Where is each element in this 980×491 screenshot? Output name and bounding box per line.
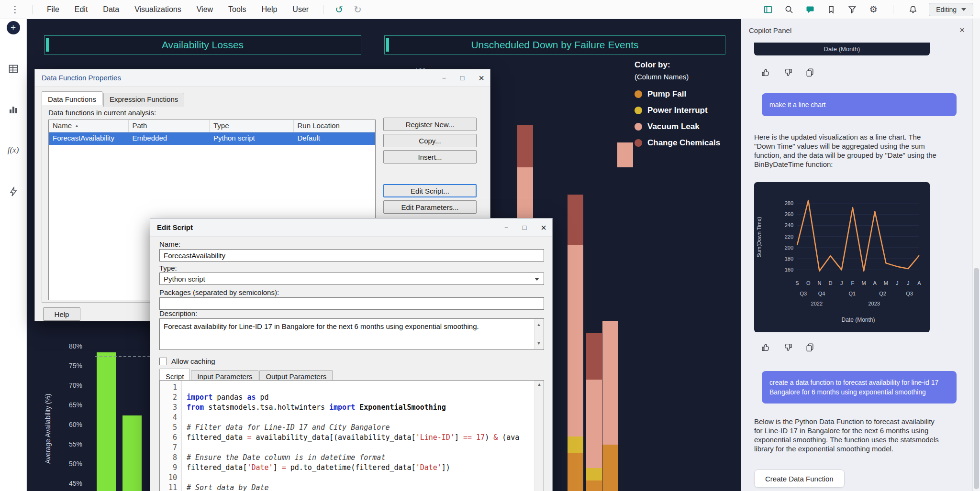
dialog-titlebar[interactable]: Edit Script − □ × bbox=[150, 218, 552, 237]
copy-icon[interactable] bbox=[804, 342, 815, 352]
editor-scrollbar[interactable]: ▲ bbox=[535, 381, 544, 491]
code-line-number: 8 bbox=[160, 453, 177, 463]
code-line-number: 9 bbox=[160, 463, 177, 473]
code-line: # Sort data by Date bbox=[187, 483, 535, 491]
menu-item-user[interactable]: User bbox=[292, 5, 309, 14]
thumbs-up-icon[interactable] bbox=[760, 67, 771, 77]
svg-text:180: 180 bbox=[785, 256, 793, 262]
top-menu-bar: ⋮ FileEditDataVisualizationsViewToolsHel… bbox=[0, 0, 980, 19]
column-header-path[interactable]: Path bbox=[129, 120, 210, 132]
filter-icon[interactable] bbox=[847, 4, 858, 15]
column-header-name[interactable]: Name▲ bbox=[49, 120, 129, 132]
register-new-button[interactable]: Register New... bbox=[383, 118, 477, 131]
data-function-row[interactable]: ForecastAvailabilityEmbeddedPython scrip… bbox=[49, 132, 375, 145]
svg-text:J: J bbox=[840, 280, 843, 286]
dialog-titlebar[interactable]: Data Function Properties − □ × bbox=[35, 69, 490, 87]
column-header-type[interactable]: Type bbox=[210, 120, 293, 132]
code-token: 'Date' bbox=[247, 463, 273, 472]
script-editor[interactable]: 1234567891011 import pandas as pdfrom st… bbox=[159, 380, 544, 491]
divider bbox=[32, 5, 33, 14]
name-field[interactable] bbox=[159, 249, 544, 262]
type-select-value: Python script bbox=[164, 275, 205, 283]
code-token: filtered_data bbox=[187, 433, 247, 442]
data-panel-icon[interactable] bbox=[763, 4, 773, 15]
menu-item-help[interactable]: Help bbox=[261, 5, 277, 14]
legend-item[interactable]: Power Interrupt bbox=[635, 106, 720, 115]
maximize-icon[interactable]: □ bbox=[523, 224, 526, 231]
svg-text:Q1: Q1 bbox=[848, 291, 856, 296]
availability-bar[interactable] bbox=[97, 352, 116, 491]
maximize-icon[interactable]: □ bbox=[460, 75, 464, 81]
color-legend: Color by: (Column Names) Pump FailPower … bbox=[635, 60, 720, 148]
notification-bell-icon[interactable] bbox=[908, 4, 918, 15]
allow-caching-checkbox[interactable]: Allow caching bbox=[159, 357, 215, 365]
vertical-scrollbar[interactable] bbox=[972, 19, 980, 491]
code-line: # Ensure the Date column is in datetime … bbox=[187, 453, 535, 463]
undo-icon[interactable]: ↺ bbox=[332, 5, 346, 14]
menu-item-edit[interactable]: Edit bbox=[75, 5, 88, 14]
legend-item[interactable]: Change Chemicals bbox=[635, 138, 720, 148]
description-field[interactable]: Forecast availability for Line-ID 17 in … bbox=[159, 318, 544, 350]
svg-text:Q3: Q3 bbox=[800, 291, 807, 296]
thumbs-down-icon[interactable] bbox=[782, 342, 793, 352]
svg-text:240: 240 bbox=[785, 222, 793, 228]
column-header-run-location[interactable]: Run Location bbox=[294, 120, 376, 132]
table-cell: Python script bbox=[210, 132, 293, 145]
availability-bar[interactable] bbox=[122, 415, 142, 491]
dfp-tab-data-functions[interactable]: Data Functions bbox=[42, 91, 102, 105]
menu-item-data[interactable]: Data bbox=[103, 5, 119, 14]
thumbs-up-icon[interactable] bbox=[760, 342, 771, 352]
thumbs-down-icon[interactable] bbox=[782, 67, 793, 77]
left-toolbar: + f(x) bbox=[0, 19, 27, 491]
insert-button[interactable]: Insert... bbox=[383, 150, 477, 164]
checkbox-unchecked-icon[interactable] bbox=[159, 358, 167, 365]
packages-label: Packages (separated by semicolons): bbox=[159, 288, 279, 296]
type-select[interactable]: Python script bbox=[159, 273, 544, 285]
legend-item[interactable]: Vacuum Leak bbox=[635, 122, 720, 131]
scrollbar-thumb[interactable] bbox=[974, 268, 979, 489]
legend-item[interactable]: Pump Fail bbox=[635, 89, 720, 99]
menu-item-tools[interactable]: Tools bbox=[228, 5, 246, 14]
code-area[interactable]: import pandas as pdfrom statsmodels.tsa.… bbox=[182, 381, 535, 491]
copy-button[interactable]: Copy... bbox=[383, 134, 477, 147]
gear-icon[interactable]: ⚙ bbox=[868, 4, 879, 15]
close-icon[interactable]: × bbox=[479, 73, 484, 83]
edit-parameters-button[interactable]: Edit Parameters... bbox=[383, 200, 477, 214]
data-function-icon[interactable]: f(x) bbox=[8, 145, 19, 155]
bookmark-icon[interactable] bbox=[826, 4, 836, 15]
redo-icon[interactable]: ↻ bbox=[351, 5, 365, 14]
scroll-up-icon[interactable]: ▲ bbox=[537, 320, 541, 329]
scroll-down-icon[interactable]: ▼ bbox=[537, 339, 541, 348]
close-icon[interactable]: × bbox=[541, 223, 546, 232]
data-table-icon[interactable] bbox=[8, 63, 19, 76]
menu-item-view[interactable]: View bbox=[197, 5, 213, 14]
minimize-icon[interactable]: − bbox=[442, 75, 446, 81]
add-visualization-icon[interactable]: + bbox=[7, 21, 20, 34]
editing-mode-dropdown[interactable]: Editing bbox=[929, 3, 973, 16]
name-label: Name: bbox=[159, 240, 180, 248]
code-token: # Sort data by Date bbox=[187, 483, 269, 491]
help-button[interactable]: Help bbox=[43, 307, 80, 321]
svg-text:200: 200 bbox=[785, 245, 793, 251]
automation-icon[interactable] bbox=[8, 186, 19, 199]
menu-item-file[interactable]: File bbox=[47, 5, 59, 14]
create-data-function-button[interactable]: Create Data Function bbox=[754, 469, 845, 488]
table-cell: ForecastAvailability bbox=[49, 132, 129, 145]
textarea-scrollbar[interactable]: ▲▼ bbox=[534, 319, 543, 349]
close-icon[interactable]: × bbox=[959, 25, 965, 35]
visualizations-icon[interactable] bbox=[8, 104, 19, 117]
comment-icon[interactable] bbox=[805, 4, 815, 15]
legend-title: Color by: bbox=[635, 60, 720, 70]
minimize-icon[interactable]: − bbox=[504, 224, 508, 231]
edit-script-button[interactable]: Edit Script... bbox=[383, 184, 477, 197]
search-icon[interactable] bbox=[784, 4, 794, 15]
scroll-up-icon[interactable]: ▲ bbox=[537, 382, 542, 387]
packages-field[interactable] bbox=[159, 297, 544, 310]
copy-icon[interactable] bbox=[804, 67, 815, 77]
menu-item-visualizations[interactable]: Visualizations bbox=[134, 5, 181, 14]
app-window: ⋮ FileEditDataVisualizationsViewToolsHel… bbox=[0, 0, 980, 491]
svg-text:J: J bbox=[896, 280, 899, 286]
menu-left: ⋮ FileEditDataVisualizationsViewToolsHel… bbox=[7, 4, 365, 15]
kebab-menu-icon[interactable]: ⋮ bbox=[7, 4, 23, 15]
code-token bbox=[355, 403, 359, 412]
